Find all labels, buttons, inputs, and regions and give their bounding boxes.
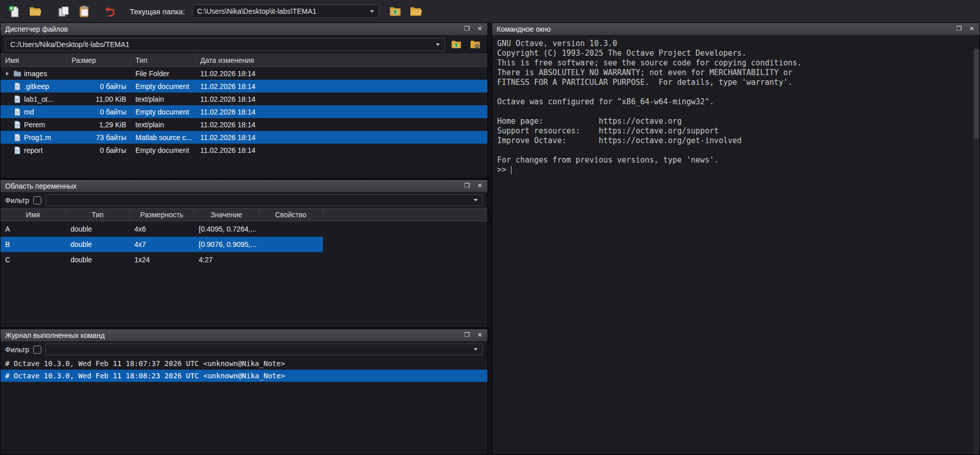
- file-row[interactable]: report 0 байты Empty document 11.02.2026…: [1, 144, 487, 156]
- file-row[interactable]: Prog1.m 73 байты Matlab source c... 11.0…: [1, 131, 487, 144]
- variable-value: [0.9076, 0.9095,...: [194, 237, 259, 252]
- variable-row[interactable]: A double 4x6 [0.4095, 0.7264,...: [1, 221, 323, 237]
- file-browser-titlebar: Диспетчер файлов ❐ ✕: [1, 23, 487, 35]
- history-text: # Octave 10.3.0, Wed Feb 11 18:07:37 202…: [5, 359, 285, 368]
- text-cursor: [511, 166, 511, 174]
- folder-up-button[interactable]: [386, 3, 405, 20]
- file-browser-path-value: C:/Users/Nika/Desktop/it-labs/TEMA1: [10, 40, 129, 49]
- history-entry[interactable]: # Octave 10.3.0, Wed Feb 11 18:08:23 202…: [1, 370, 487, 382]
- workspace-filter-combobox[interactable]: [45, 194, 483, 206]
- file-name: md: [24, 108, 34, 116]
- folder-icon: [13, 70, 21, 78]
- new-script-button[interactable]: [5, 3, 24, 20]
- close-icon[interactable]: ✕: [474, 330, 485, 340]
- history-filter-row: Фильтр: [1, 342, 487, 357]
- file-date: 11.02.2026 18:14: [196, 105, 487, 118]
- file-size: 0 байты: [67, 80, 131, 93]
- close-icon[interactable]: ✕: [474, 181, 485, 191]
- folder-actions-button[interactable]: [468, 38, 483, 51]
- file-date: 11.02.2026 18:14: [196, 93, 487, 105]
- file-date: 11.02.2026 18:14: [196, 118, 487, 131]
- paste-button[interactable]: [75, 3, 93, 20]
- panel-title: Область переменных: [5, 182, 77, 190]
- file-date: 11.02.2026 18:14: [196, 131, 487, 144]
- filter-checkbox[interactable]: [33, 346, 41, 354]
- column-header[interactable]: Имя: [1, 209, 66, 221]
- variable-dims: 4x6: [130, 221, 194, 237]
- variable-value: [0.4095, 0.7264,...: [194, 221, 259, 237]
- file-name: images: [24, 70, 47, 78]
- command-output-area[interactable]: GNU Octave, version 10.3.0 Copyright (C)…: [492, 35, 979, 454]
- scrollbar-thumb[interactable]: [974, 49, 979, 139]
- file-browser-header: Имя Размер Тип Дата изменения: [1, 54, 487, 67]
- file-type: Empty document: [131, 105, 196, 118]
- variable-dims: 4x7: [130, 237, 194, 252]
- column-header[interactable]: Значение: [194, 209, 259, 221]
- filter-label: Фильтр: [5, 346, 29, 354]
- chevron-down-icon: [370, 10, 374, 13]
- folder-actions-icon: [470, 39, 481, 50]
- filter-label: Фильтр: [5, 196, 29, 204]
- close-icon[interactable]: ✕: [474, 24, 485, 34]
- history-text: # Octave 10.3.0, Wed Feb 11 18:08:23 202…: [5, 372, 285, 380]
- file-size: 11,00 KiB: [67, 93, 131, 105]
- file-name: Prog1.m: [24, 133, 51, 142]
- undock-icon[interactable]: ❐: [461, 24, 473, 34]
- column-header[interactable]: Имя: [1, 54, 67, 66]
- column-header[interactable]: Дата изменения: [196, 54, 487, 66]
- undock-icon[interactable]: ❐: [461, 181, 473, 191]
- undo-icon: [103, 5, 116, 18]
- folder-up-button[interactable]: [449, 38, 464, 51]
- variable-attr: [259, 221, 323, 237]
- close-icon[interactable]: ✕: [966, 24, 977, 34]
- variable-type: double: [66, 221, 130, 237]
- column-header[interactable]: Размерность: [130, 209, 194, 221]
- column-header[interactable]: Тип: [131, 54, 196, 66]
- file-row[interactable]: .gitkeep 0 байты Empty document 11.02.20…: [1, 80, 487, 93]
- undo-button[interactable]: [100, 3, 119, 20]
- panel-title: Журнал выполненных команд: [5, 331, 105, 339]
- variable-name: B: [1, 237, 66, 252]
- history-filter-combobox[interactable]: [45, 344, 483, 355]
- open-button[interactable]: [26, 3, 44, 20]
- file-date: 11.02.2026 18:14: [196, 144, 487, 156]
- copy-button[interactable]: [54, 3, 73, 20]
- file-type: Empty document: [131, 144, 196, 156]
- column-header[interactable]: Тип: [66, 209, 130, 221]
- file-browser-panel: Диспетчер файлов ❐ ✕ C:/Users/Nika/Deskt…: [0, 22, 488, 178]
- file-row[interactable]: images File Folder 11.02.2026 18:14: [1, 67, 487, 80]
- filter-checkbox[interactable]: [33, 196, 41, 204]
- file-name: lab1_ot...: [24, 95, 54, 103]
- column-header[interactable]: Размер: [67, 54, 131, 66]
- variable-row[interactable]: B double 4x7 [0.9076, 0.9095,...: [1, 237, 323, 252]
- workspace-titlebar: Область переменных ❐ ✕: [1, 180, 487, 192]
- file-row[interactable]: Perem 1,29 KiB text/plain 11.02.2026 18:…: [1, 118, 487, 131]
- variable-value: 4:27: [194, 252, 259, 267]
- file-date: 11.02.2026 18:14: [196, 67, 487, 80]
- variable-row[interactable]: C double 1x24 4:27: [1, 252, 323, 267]
- history-entry[interactable]: # Octave 10.3.0, Wed Feb 11 18:07:37 202…: [1, 357, 487, 370]
- column-header[interactable]: Свойство: [259, 209, 323, 221]
- variable-type: double: [66, 252, 130, 267]
- undock-icon[interactable]: ❐: [953, 24, 965, 34]
- current-folder-combobox[interactable]: C:\Users\Nika\Desktop\it-labs\TEMA1: [192, 5, 379, 18]
- workspace-panel: Область переменных ❐ ✕ Фильтр Имя Тип: [0, 179, 488, 328]
- file-icon: [13, 146, 21, 154]
- vertical-scrollbar[interactable]: [973, 48, 979, 454]
- file-browser-path-combobox[interactable]: C:/Users/Nika/Desktop/it-labs/TEMA1: [5, 38, 445, 51]
- file-row[interactable]: md 0 байты Empty document 11.02.2026 18:…: [1, 105, 487, 118]
- undock-icon[interactable]: ❐: [461, 330, 473, 340]
- variable-name: C: [1, 252, 66, 267]
- workspace-filter-row: Фильтр: [1, 192, 487, 208]
- file-name: .gitkeep: [24, 82, 49, 90]
- command-prompt[interactable]: >>: [497, 165, 973, 175]
- file-row[interactable]: lab1_ot... 11,00 KiB text/plain 11.02.20…: [1, 93, 487, 105]
- octave-main-window: Текущая папка: C:\Users\Nika\Desktop\it-…: [0, 0, 980, 455]
- browse-folder-button[interactable]: [407, 3, 425, 20]
- expand-chevron-icon[interactable]: [4, 72, 11, 76]
- workspace-header: Имя Тип Размерность Значение Свойство: [1, 208, 487, 221]
- file-icon: [13, 82, 21, 90]
- left-dock-area: Диспетчер файлов ❐ ✕ C:/Users/Nika/Deskt…: [0, 22, 488, 455]
- file-icon: [13, 133, 21, 142]
- file-date: 11.02.2026 18:14: [196, 80, 487, 93]
